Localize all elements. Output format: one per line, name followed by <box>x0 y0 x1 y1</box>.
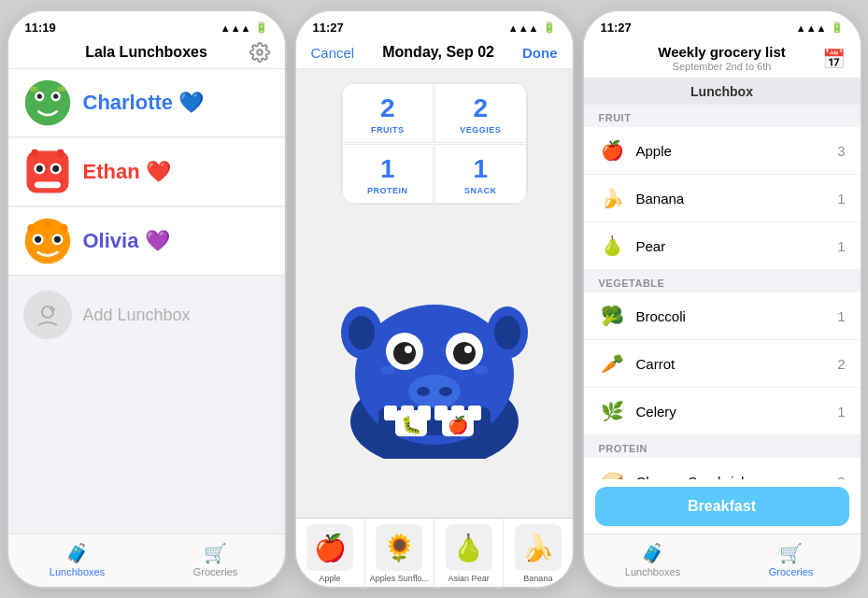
protein-label: PROTEIN <box>367 186 408 195</box>
stat-protein: 1 PROTEIN <box>342 144 434 204</box>
svg-text:🐛: 🐛 <box>401 415 422 435</box>
apple-thumb-img: 🍎 <box>306 524 353 571</box>
list-item-charlotte[interactable]: Charlotte 💙 <box>8 69 285 137</box>
celery-icon: 🌿 <box>599 397 627 425</box>
tab-lunchboxes-label: Lunchboxes <box>50 566 105 577</box>
add-lunchbox-label: Add Lunchbox <box>83 306 191 325</box>
sunflower-thumb-label: Apples Sunflo... <box>370 574 429 583</box>
broccoli-icon: 🥦 <box>599 302 627 330</box>
battery-icon2: 🔋 <box>543 21 556 34</box>
grocery-row-pear[interactable]: 🍐 Pear 1 <box>584 222 861 270</box>
screen3-header: Weekly grocery list September 2nd to 6th… <box>584 38 861 78</box>
stat-snack: 1 SNACK <box>434 144 527 204</box>
svg-rect-13 <box>35 181 61 188</box>
svg-rect-43 <box>384 406 397 420</box>
svg-rect-7 <box>57 87 65 92</box>
avatar-olivia <box>23 217 72 265</box>
screen1-time: 11:19 <box>25 21 56 35</box>
screen2-time: 11:27 <box>313 21 344 35</box>
snack-number: 1 <box>473 154 488 184</box>
wifi-icon: ▲▲▲ <box>221 22 251 34</box>
svg-rect-6 <box>29 87 37 92</box>
screens-container: 11:19 ▲▲▲ 🔋 Lala Lunchboxes <box>0 0 868 598</box>
svg-point-36 <box>453 342 476 364</box>
weekly-grocery-title: Weekly grocery list <box>658 44 785 60</box>
wifi-icon3: ▲▲▲ <box>796 22 827 34</box>
pear-name: Pear <box>636 238 829 254</box>
hippo-container: 🐛 🍎 <box>296 212 573 518</box>
grocery-row-cheese-sandwich[interactable]: 🥪 Cheese Sandwich 2 <box>584 458 861 479</box>
food-thumb-sunflower[interactable]: 🌻 Apples Sunflo... <box>365 519 434 587</box>
avatar-charlotte <box>23 78 72 127</box>
svg-point-11 <box>36 165 42 172</box>
lunchbox-tab-icon: 🧳 <box>65 542 89 564</box>
food-thumb-asianpear[interactable]: 🍐 Asian Pear <box>434 519 504 587</box>
screen3-tab-lunchboxes-label: Lunchboxes <box>625 566 680 577</box>
list-item-olivia[interactable]: Olivia 💜 <box>8 207 285 276</box>
banana-count: 1 <box>837 191 845 206</box>
screen3-phone: 11:27 ▲▲▲ 🔋 Weekly grocery list Septembe… <box>582 9 862 589</box>
screen3-tab-groceries-label: Groceries <box>769 566 814 577</box>
screen3-tab-bar: 🧳 Lunchboxes 🛒 Groceries <box>584 534 861 587</box>
fruits-label: FRUITS <box>371 125 405 135</box>
svg-point-4 <box>36 93 41 98</box>
screen3-tab-lunchboxes[interactable]: 🧳 Lunchboxes <box>584 534 722 587</box>
stat-veggies: 2 VEGGIES <box>434 83 527 143</box>
grocery-row-banana[interactable]: 🍌 Banana 1 <box>584 175 861 222</box>
calendar-icon[interactable]: 📅 <box>822 48 846 70</box>
pear-count: 1 <box>837 238 845 254</box>
food-thumb-apple[interactable]: 🍎 Apple <box>296 519 365 587</box>
grocery-row-broccoli[interactable]: 🥦 Broccoli 1 <box>584 292 861 340</box>
screen1-header: Lala Lunchboxes <box>8 38 285 69</box>
breakfast-button[interactable]: Breakfast <box>595 487 849 526</box>
screen1-status-bar: 11:19 ▲▲▲ 🔋 <box>8 11 285 38</box>
svg-point-21 <box>27 224 36 233</box>
sunflower-thumb-img: 🌻 <box>376 524 422 571</box>
screen2-status-icons: ▲▲▲ 🔋 <box>508 21 556 34</box>
name-olivia: Olivia 💜 <box>83 229 170 253</box>
carrot-icon: 🥕 <box>599 349 627 377</box>
broccoli-count: 1 <box>837 308 845 324</box>
add-lunchbox-item[interactable]: Add Lunchbox <box>8 278 285 352</box>
sandwich-count: 2 <box>837 474 845 480</box>
screen1-phone: 11:19 ▲▲▲ 🔋 Lala Lunchboxes <box>7 9 287 589</box>
avatar-ethan <box>23 148 72 196</box>
gear-icon[interactable] <box>249 42 270 63</box>
screen3-status-icons: ▲▲▲ 🔋 <box>796 21 844 34</box>
apple-count: 3 <box>837 143 845 159</box>
cancel-button[interactable]: Cancel <box>311 45 355 61</box>
svg-point-22 <box>60 224 68 233</box>
banana-thumb-label: Banana <box>523 574 552 583</box>
wifi-icon2: ▲▲▲ <box>508 22 539 34</box>
svg-point-38 <box>464 346 472 353</box>
section-header-vegetable: VEGETABLE <box>584 270 861 292</box>
list-item-ethan[interactable]: Ethan ❤️ <box>8 138 285 206</box>
svg-point-41 <box>439 387 452 396</box>
carrot-count: 2 <box>837 356 845 372</box>
svg-point-32 <box>494 316 520 349</box>
snack-label: SNACK <box>464 186 497 195</box>
banana-thumb-img: 🍌 <box>515 524 562 571</box>
grocery-row-carrot[interactable]: 🥕 Carrot 2 <box>584 340 861 388</box>
svg-point-39 <box>408 375 461 408</box>
grocery-section-lunchbox: Lunchbox <box>584 78 861 105</box>
grocery-row-celery[interactable]: 🌿 Celery 1 <box>584 388 861 435</box>
svg-point-0 <box>257 50 263 55</box>
svg-point-53 <box>380 365 395 375</box>
banana-name: Banana <box>636 191 829 206</box>
food-thumb-banana[interactable]: 🍌 Banana <box>504 519 572 587</box>
sandwich-icon: 🥪 <box>599 467 627 479</box>
tab-lunchboxes[interactable]: 🧳 Lunchboxes <box>8 534 147 587</box>
groceries-tab-icon: 🛒 <box>204 542 227 564</box>
svg-point-19 <box>35 236 41 243</box>
grocery-row-apple[interactable]: 🍎 Apple 3 <box>584 127 861 175</box>
protein-number: 1 <box>380 154 395 184</box>
screen3-tab-groceries[interactable]: 🛒 Groceries <box>722 534 861 587</box>
stat-fruits: 2 FRUITS <box>342 83 434 143</box>
screen2-phone: 11:27 ▲▲▲ 🔋 Cancel Monday, Sep 02 Done 2… <box>294 9 575 589</box>
celery-name: Celery <box>636 404 829 420</box>
tab-groceries[interactable]: 🛒 Groceries <box>147 534 285 587</box>
apple-icon: 🍎 <box>599 136 627 164</box>
lunchbox-stats-grid: 2 FRUITS 2 VEGGIES 1 PROTEIN 1 SNACK <box>341 82 528 205</box>
done-button[interactable]: Done <box>522 45 558 61</box>
